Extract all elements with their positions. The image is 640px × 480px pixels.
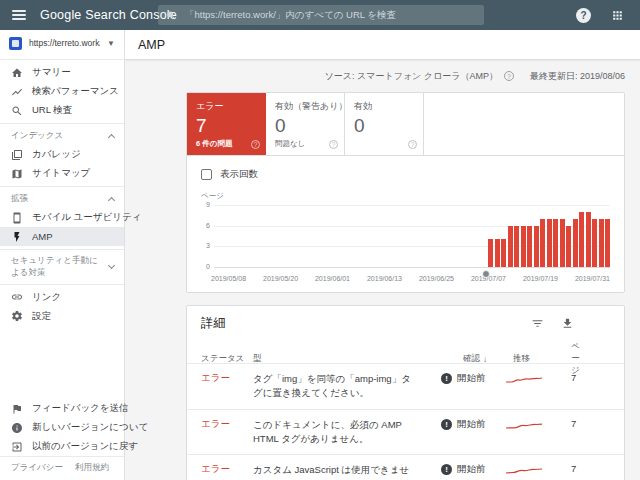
download-icon[interactable] bbox=[561, 317, 574, 330]
row-pages-count: 7 bbox=[571, 463, 610, 480]
row-error-type: タグ「img」を同等の「amp-img」タグに置き換えてください。 bbox=[253, 372, 431, 401]
sidebar-item-mobile-usability[interactable]: モバイル ユーザビリティ bbox=[0, 208, 124, 227]
sidebar-item-about-new-version[interactable]: 新しいバージョンについて bbox=[0, 418, 124, 437]
sidebar-item-summary[interactable]: サマリー bbox=[0, 63, 124, 82]
tile-label: 有効 bbox=[354, 100, 414, 113]
table-row[interactable]: エラー このドキュメントに、必須の AMP HTML タグがありません。 !開始… bbox=[187, 409, 624, 455]
chart-bar[interactable] bbox=[501, 239, 506, 267]
sidebar-item-links[interactable]: リンク bbox=[0, 288, 124, 307]
url-inspect-search-input[interactable]: 「https://terreto.work/」内のすべての URL を検査 bbox=[158, 5, 484, 25]
tile-subtext: 問題なし bbox=[275, 139, 335, 149]
row-status: エラー bbox=[201, 418, 253, 447]
divider bbox=[0, 123, 124, 124]
col-validation[interactable]: 確認 ↓ bbox=[431, 353, 505, 365]
table-row[interactable]: エラー タグ「img」を同等の「amp-img」タグに置き換えてください。 !開… bbox=[187, 363, 624, 409]
tile-value: 7 bbox=[196, 116, 257, 135]
tile-label: エラー bbox=[196, 100, 257, 113]
chart-bar[interactable] bbox=[605, 219, 610, 267]
y-tick-label: 9 bbox=[201, 201, 210, 208]
smartphone-icon bbox=[11, 212, 23, 224]
chart-bar[interactable] bbox=[527, 226, 532, 267]
page-title: AMP bbox=[138, 38, 165, 52]
help-icon[interactable]: ? bbox=[576, 8, 591, 23]
chart-bar[interactable] bbox=[592, 219, 597, 267]
y-tick-label: 0 bbox=[201, 263, 210, 270]
col-type[interactable]: 型 bbox=[253, 353, 431, 365]
section-label: セキュリティと手動による対策 bbox=[11, 255, 105, 279]
coverage-icon bbox=[11, 149, 23, 161]
row-status: エラー bbox=[201, 372, 253, 401]
help-icon[interactable]: ? bbox=[504, 71, 514, 81]
tile-value: 0 bbox=[275, 116, 335, 135]
chart-bar[interactable] bbox=[573, 219, 578, 267]
sitemap-icon bbox=[11, 168, 23, 180]
privacy-link[interactable]: プライバシー bbox=[11, 462, 63, 474]
chart-bar[interactable] bbox=[521, 226, 526, 267]
chart-bar[interactable] bbox=[560, 219, 565, 267]
source-label: ソース: スマートフォン クローラ（AMP） bbox=[325, 70, 498, 83]
chart-bar[interactable] bbox=[566, 226, 571, 267]
app-window: Google Search Console 「https://terreto.w… bbox=[0, 0, 640, 480]
chart-bar[interactable] bbox=[547, 219, 552, 267]
chart-bars[interactable] bbox=[488, 212, 610, 267]
app-title: Google Search Console bbox=[40, 8, 177, 22]
sidebar-section-index[interactable]: インデックス bbox=[0, 127, 124, 145]
help-icon[interactable]: ? bbox=[408, 140, 417, 149]
chart-bar[interactable] bbox=[488, 239, 493, 267]
sidebar-item-url-inspection[interactable]: URL 検査 bbox=[0, 101, 124, 120]
sidebar-item-amp[interactable]: AMP bbox=[0, 227, 124, 246]
chart-bar[interactable] bbox=[579, 212, 584, 267]
apps-grid-icon[interactable] bbox=[611, 9, 624, 22]
chart-bar[interactable] bbox=[495, 239, 500, 267]
report-status-row: ソース: スマートフォン クローラ（AMP） ? 最終更新日: 2019/08/… bbox=[125, 60, 640, 92]
sidebar-section-enhancements[interactable]: 拡張 bbox=[0, 190, 124, 208]
col-label: 確認 bbox=[463, 353, 480, 365]
sidebar-item-performance[interactable]: 検索パフォーマンス bbox=[0, 82, 124, 101]
help-icon[interactable]: ? bbox=[329, 140, 338, 149]
impressions-toggle-row: 表示回数 bbox=[187, 156, 624, 183]
timeline-marker-icon[interactable] bbox=[482, 270, 490, 278]
menu-icon[interactable] bbox=[12, 10, 26, 20]
chart-bar[interactable] bbox=[553, 219, 558, 267]
x-tick-label: 2019/06/25 bbox=[419, 275, 454, 282]
filter-icon[interactable] bbox=[531, 317, 544, 330]
chart-bar[interactable] bbox=[540, 219, 545, 267]
sidebar-item-label: モバイル ユーザビリティ bbox=[32, 211, 141, 224]
chart-x-labels: 2019/05/082019/05/202019/06/012019/06/13… bbox=[211, 275, 610, 282]
terms-link[interactable]: 利用規約 bbox=[75, 462, 109, 474]
tile-error[interactable]: エラー 7 6 件の問題 ? bbox=[187, 93, 266, 155]
page-title-bar: AMP bbox=[125, 30, 640, 60]
chart-plot-area[interactable]: 9 6 3 0 bbox=[201, 204, 610, 268]
help-icon[interactable]: ? bbox=[251, 140, 260, 149]
sidebar-item-sitemaps[interactable]: サイトマップ bbox=[0, 164, 124, 183]
chart-bar[interactable] bbox=[508, 226, 513, 267]
chart-bar[interactable] bbox=[599, 219, 604, 267]
row-pages-count: 7 bbox=[571, 418, 610, 447]
table-row[interactable]: エラー カスタム JavaScript は使用できません。 !開始前 7 bbox=[187, 454, 624, 480]
chart-bar[interactable] bbox=[534, 226, 539, 267]
last-updated: 最終更新日: 2019/08/06 bbox=[530, 70, 625, 83]
sidebar-item-label: 新しいバージョンについて bbox=[32, 421, 148, 434]
sidebar-section-security[interactable]: セキュリティと手動による対策 bbox=[0, 253, 124, 281]
impressions-checkbox[interactable] bbox=[201, 169, 212, 180]
details-title: 詳細 bbox=[201, 315, 226, 332]
sidebar-item-feedback[interactable]: フィードバックを送信 bbox=[0, 399, 124, 418]
chart-bar[interactable] bbox=[586, 212, 591, 267]
chart-bar[interactable] bbox=[514, 226, 519, 267]
property-selector[interactable]: https://terreto.work/ ▼ bbox=[0, 30, 124, 56]
status-tiles: エラー 7 6 件の問題 ? 有効（警告あり） 0 問題なし ? 有効 0 ? bbox=[187, 93, 624, 156]
chevron-up-icon bbox=[108, 197, 115, 204]
col-status[interactable]: ステータス bbox=[201, 353, 253, 365]
sidebar-item-label: 以前のバージョンに戻す bbox=[32, 440, 138, 453]
y-axis-label: ページ bbox=[201, 191, 610, 201]
sidebar-item-label: サイトマップ bbox=[32, 167, 90, 180]
header-actions: ? bbox=[576, 8, 624, 23]
sidebar-item-coverage[interactable]: カバレッジ bbox=[0, 145, 124, 164]
sidebar-item-back-to-old-version[interactable]: 以前のバージョンに戻す bbox=[0, 437, 124, 456]
chevron-up-icon bbox=[108, 134, 115, 141]
search-icon bbox=[166, 10, 177, 21]
tile-valid[interactable]: 有効 0 ? bbox=[345, 93, 424, 155]
tile-valid-with-warnings[interactable]: 有効（警告あり） 0 問題なし ? bbox=[266, 93, 345, 155]
col-trend[interactable]: 推移 bbox=[505, 353, 571, 365]
sidebar-item-settings[interactable]: 設定 bbox=[0, 307, 124, 326]
